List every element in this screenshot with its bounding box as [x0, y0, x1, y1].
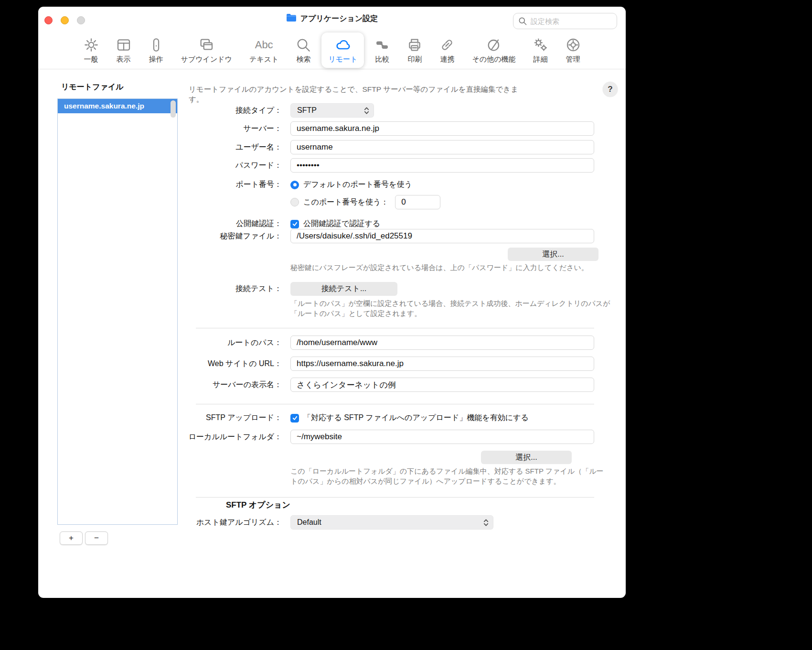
connection-test-hint: 「ルートのパス」が空欄に設定されている場合、接続テスト成功後、ホームディレクトリ… — [290, 299, 620, 318]
tab-search[interactable]: 検索 — [289, 32, 318, 68]
tab-label: テキスト — [249, 55, 278, 64]
tab-label: 操作 — [149, 55, 163, 64]
section-description: リモートファイルのアカウントを設定することで、SFTP サーバー等のファイルを直… — [189, 85, 533, 105]
row-password: パスワード： — [38, 158, 594, 173]
preferences-toolbar: 一般 表示 操作 — [38, 31, 626, 69]
tab-label: サブウインドウ — [181, 55, 232, 64]
sftp-options-heading: SFTP オプション — [226, 499, 290, 510]
display-name-input[interactable] — [290, 378, 594, 392]
connection-test-button[interactable]: 接続テスト... — [290, 282, 397, 296]
sub-windows-icon — [198, 36, 214, 54]
field-label: ローカルルートフォルダ： — [38, 432, 282, 442]
tab-general[interactable]: 一般 — [77, 32, 106, 68]
link-icon — [439, 36, 455, 54]
row-root-path: ルートのパス： — [38, 336, 594, 350]
root-path-input[interactable] — [290, 336, 594, 350]
sftp-upload-checkbox[interactable] — [290, 414, 299, 422]
cloud-icon — [335, 36, 351, 54]
server-input[interactable] — [290, 121, 594, 136]
tab-label: 比較 — [375, 55, 389, 64]
tab-label: 詳細 — [534, 55, 548, 64]
chevron-up-down-icon — [364, 107, 369, 115]
field-label: SFTP アップロード： — [38, 413, 282, 423]
mouse-icon — [149, 36, 164, 54]
divider — [196, 404, 594, 404]
row-server: サーバー： — [38, 121, 594, 136]
tab-integration[interactable]: 連携 — [433, 32, 461, 68]
abc-text-icon: Abc — [255, 36, 273, 54]
choose-local-root-button[interactable]: 選択... — [481, 451, 572, 464]
password-input[interactable] — [290, 158, 594, 173]
titlebar: アプリケーション設定 — [38, 7, 626, 31]
pubkey-auth-checkbox[interactable] — [290, 220, 299, 228]
field-label: 接続タイプ： — [38, 106, 282, 116]
row-key-file: 秘密鍵ファイル： — [38, 229, 594, 243]
username-input[interactable] — [290, 140, 594, 154]
local-root-input[interactable] — [290, 430, 594, 444]
default-port-radio[interactable] — [290, 181, 299, 189]
site-url-input[interactable] — [290, 357, 594, 371]
radio-label[interactable]: このポート番号を使う： — [303, 197, 388, 207]
row-host-key: ホスト鍵アルゴリズム： Default — [38, 515, 493, 530]
search-input[interactable] — [513, 13, 617, 29]
tab-label: その他の機能 — [472, 55, 515, 64]
tab-advanced[interactable]: 詳細 — [526, 32, 555, 68]
tab-view[interactable]: 表示 — [109, 32, 138, 68]
tab-other-features[interactable]: その他の機能 — [465, 32, 522, 68]
check-icon — [292, 415, 298, 421]
search-icon — [296, 36, 311, 54]
popup-value: Default — [297, 518, 483, 527]
tab-manage[interactable]: 管理 — [559, 32, 588, 68]
row-connection-test: 接続テスト： 接続テスト... — [38, 282, 397, 296]
field-label: 接続テスト： — [38, 284, 282, 294]
tab-remote[interactable]: リモート — [321, 32, 364, 68]
local-root-hint: この「ローカルルートフォルダ」の下にあるファイル編集中、対応する SFTP ファ… — [290, 466, 606, 486]
field-label: Web サイトの URL： — [38, 359, 282, 369]
key-file-input[interactable] — [290, 229, 594, 243]
tab-label: 検索 — [296, 55, 310, 64]
gears-icon — [533, 36, 548, 54]
window-title-text: アプリケーション設定 — [300, 14, 378, 24]
remove-account-button[interactable]: − — [85, 531, 108, 545]
tab-compare[interactable]: 比較 — [368, 32, 396, 68]
row-display-name: サーバーの表示名： — [38, 378, 594, 392]
key-passphrase-hint: 秘密鍵にパスフレーズが設定されている場合は、上の「パスワード」に入力してください… — [290, 263, 606, 273]
tab-subwindow[interactable]: サブウインドウ — [174, 32, 239, 68]
divider — [196, 497, 594, 498]
choose-key-file-button[interactable]: 選択... — [508, 248, 598, 261]
settings-search — [513, 13, 617, 29]
gear-icon — [84, 36, 99, 54]
custom-port-radio[interactable] — [290, 198, 299, 206]
window-layout-icon — [116, 36, 131, 54]
checkbox-label[interactable]: 「対応する SFTP ファイルへのアップロード」機能を有効にする — [303, 413, 529, 423]
row-local-root: ローカルルートフォルダ： — [38, 430, 594, 444]
sidebar-header: リモートファイル — [61, 82, 124, 92]
tab-print[interactable]: 印刷 — [400, 32, 429, 68]
tab-label: 一般 — [84, 55, 98, 64]
field-label: サーバー： — [38, 124, 282, 134]
field-label: ルートのパス： — [38, 338, 282, 348]
checkbox-label[interactable]: 公開鍵認証で認証する — [303, 219, 380, 229]
add-account-button[interactable]: + — [60, 531, 83, 545]
search-icon — [518, 16, 527, 26]
row-port-custom: このポート番号を使う： — [38, 195, 440, 209]
custom-port-input[interactable] — [395, 195, 440, 209]
folder-icon — [286, 13, 297, 24]
tab-text[interactable]: Abc テキスト — [243, 32, 285, 68]
connection-type-popup[interactable]: SFTP — [290, 103, 374, 118]
manage-icon — [566, 36, 581, 54]
help-button[interactable]: ? — [603, 82, 618, 97]
row-pubkey-auth: 公開鍵認証： 公開鍵認証で認証する — [38, 219, 380, 229]
misc-features-icon — [486, 36, 502, 54]
check-icon — [292, 221, 298, 227]
tab-label: 表示 — [117, 55, 131, 64]
field-label: サーバーの表示名： — [38, 380, 282, 390]
host-key-popup[interactable]: Default — [290, 515, 493, 530]
field-label: 秘密鍵ファイル： — [38, 231, 282, 241]
row-username: ユーザー名： — [38, 140, 594, 154]
printer-icon — [407, 36, 422, 54]
field-label: ユーザー名： — [38, 142, 282, 152]
tab-operation[interactable]: 操作 — [142, 32, 171, 68]
radio-label[interactable]: デフォルトのポート番号を使う — [303, 180, 412, 190]
field-label: ホスト鍵アルゴリズム： — [38, 518, 282, 528]
